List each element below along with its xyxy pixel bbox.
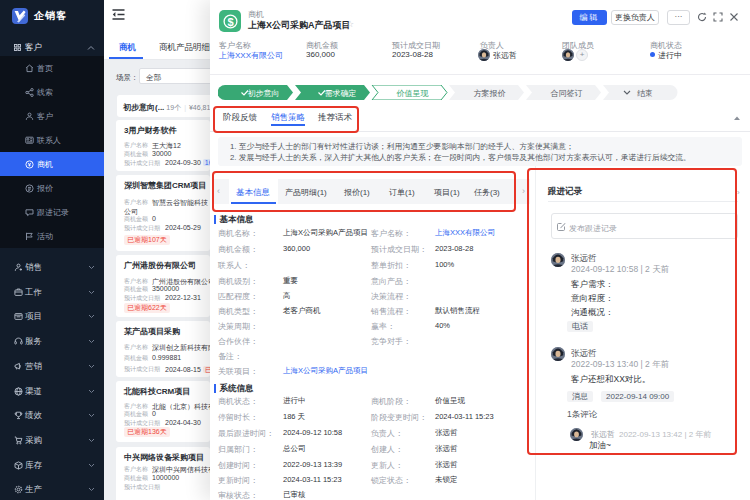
svg-text:$: $ — [227, 16, 233, 28]
svg-text:合同签订: 合同签订 — [551, 89, 583, 98]
svg-text:初步意向: 初步意向 — [248, 89, 280, 98]
svg-text:需求确定: 需求确定 — [325, 89, 357, 98]
svg-text:价值呈现: 价值呈现 — [396, 89, 429, 98]
svg-text:方案报价: 方案报价 — [474, 89, 506, 98]
svg-text:结束: 结束 — [637, 89, 653, 98]
